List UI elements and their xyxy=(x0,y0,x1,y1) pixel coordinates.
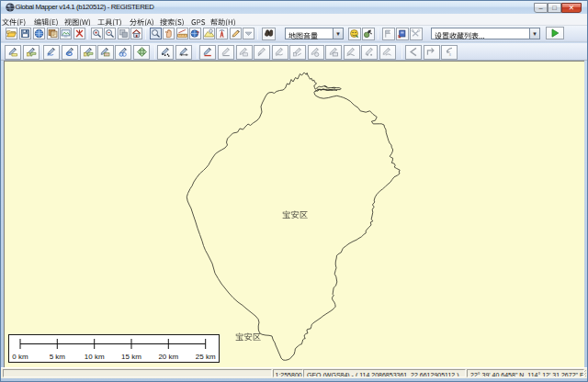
svg-text:?: ? xyxy=(196,29,199,36)
svg-text:TXT: TXT xyxy=(105,53,110,57)
svg-text:s: s xyxy=(448,51,451,57)
